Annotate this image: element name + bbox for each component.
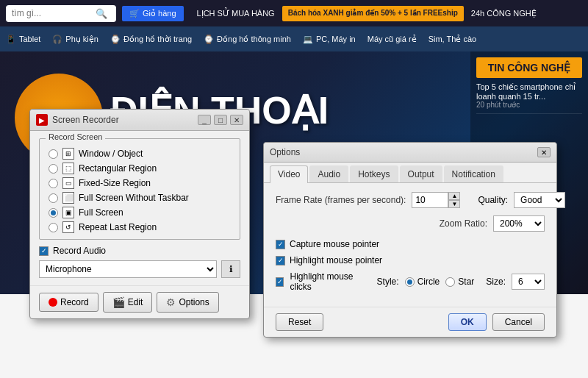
titlebar-left: ▶ Screen Recorder bbox=[36, 114, 119, 126]
tab-hotkeys[interactable]: Hotkeys bbox=[350, 165, 398, 182]
option-window[interactable]: ⊞ Window / Object bbox=[49, 148, 231, 160]
style-label: Style: bbox=[377, 277, 399, 287]
search-box[interactable]: 🔍 bbox=[6, 5, 116, 22]
record-button[interactable]: Record bbox=[39, 293, 98, 312]
nav-tech[interactable]: 24h CÔNG NGHỆ bbox=[464, 6, 544, 21]
radio-repeat[interactable] bbox=[49, 223, 58, 232]
recorder-body: Record Screen ⊞ Window / Object ⬚ Rectan… bbox=[30, 131, 249, 285]
capture-mouse-checkbox[interactable]: ✓ bbox=[276, 240, 285, 249]
nav-pc[interactable]: 💻 PC, Máy in bbox=[303, 35, 356, 44]
recorder-icon: ▶ bbox=[36, 114, 48, 126]
edit-icon: 🎬 bbox=[112, 296, 125, 308]
nav-accessories[interactable]: 🎧 Phụ kiện bbox=[52, 35, 98, 44]
options-body: Frame Rate (frames per second): ▲ ▼ Qual… bbox=[264, 183, 556, 307]
quality-label: Quality: bbox=[478, 195, 508, 205]
edit-button[interactable]: 🎬 Edit bbox=[103, 292, 153, 313]
options-footer: Reset OK Cancel bbox=[264, 307, 556, 337]
group-label: Record Screen bbox=[46, 132, 105, 141]
radio-fullnotask[interactable] bbox=[49, 193, 58, 203]
fullnotask-icon: ⬜ bbox=[62, 192, 74, 204]
zoom-ratio-row: Zoom Ratio: 100%150%200%250%300% bbox=[276, 215, 545, 232]
recorder-titlebar: ▶ Screen Recorder _ □ ✕ bbox=[30, 110, 249, 131]
minimize-button[interactable]: _ bbox=[198, 115, 211, 125]
repeat-icon: ↺ bbox=[62, 221, 74, 233]
circle-option[interactable]: Circle bbox=[405, 277, 440, 287]
frame-rate-label: Frame Rate (frames per second): bbox=[276, 195, 406, 205]
frame-rate-input[interactable] bbox=[412, 192, 448, 208]
size-select[interactable]: 4567810 bbox=[512, 274, 545, 290]
options-button[interactable]: ⚙ Options bbox=[157, 292, 218, 313]
frame-rate-spinner: ▲ ▼ bbox=[448, 192, 460, 208]
nav-fashion-watch[interactable]: ⌚ Đồng hồ thời trang bbox=[110, 35, 192, 44]
radio-window[interactable] bbox=[49, 149, 58, 159]
frame-rate-down[interactable]: ▼ bbox=[448, 200, 460, 208]
option-fixed-size[interactable]: ▭ Fixed-Size Region bbox=[49, 177, 231, 189]
option-fullscreen-notask[interactable]: ⬜ Full Screen Without Taskbar bbox=[49, 192, 231, 204]
mic-info-button[interactable]: ℹ bbox=[221, 260, 240, 278]
footer-right-buttons: OK Cancel bbox=[448, 313, 545, 331]
promo-badge: Bách hóa XANH giảm đến 50% + 5 lần FREEs… bbox=[282, 6, 464, 21]
options-dialog: Options ✕ Video Audio Hotkeys Output Not… bbox=[263, 142, 557, 338]
rect-icon: ⬚ bbox=[62, 163, 74, 174]
option-fullscreen[interactable]: ▣ Full Screen bbox=[49, 207, 231, 218]
reset-button[interactable]: Reset bbox=[276, 313, 323, 331]
options-tabs: Video Audio Hotkeys Output Notification bbox=[264, 163, 556, 183]
frame-rate-up[interactable]: ▲ bbox=[448, 192, 460, 200]
record-audio-checkbox[interactable]: ✓ bbox=[39, 246, 49, 256]
tab-output[interactable]: Output bbox=[400, 165, 442, 182]
record-options: ⊞ Window / Object ⬚ Rectangular Region ▭… bbox=[49, 145, 231, 233]
zoom-ratio-select[interactable]: 100%150%200%250%300% bbox=[493, 215, 545, 232]
options-icon: ⚙ bbox=[166, 296, 176, 308]
window-icon: ⊞ bbox=[62, 148, 74, 160]
microphone-select-wrapper[interactable]: Microphone bbox=[39, 260, 217, 278]
highlight-clicks-checkbox[interactable]: ✓ bbox=[276, 277, 284, 287]
radio-rectangular[interactable] bbox=[49, 164, 58, 174]
cart-button[interactable]: 🛒 Giỏ hàng bbox=[122, 6, 184, 21]
nav-tablet[interactable]: 📱 Tablet bbox=[6, 35, 40, 44]
category-nav: 📱 Tablet 🎧 Phụ kiện ⌚ Đồng hồ thời trang… bbox=[0, 26, 588, 51]
action-bar: Record 🎬 Edit ⚙ Options bbox=[30, 285, 249, 318]
radio-fullscreen[interactable] bbox=[49, 208, 58, 218]
microphone-select[interactable]: Microphone bbox=[39, 260, 217, 278]
size-label: Size: bbox=[486, 277, 506, 287]
ok-button[interactable]: OK bbox=[448, 313, 487, 331]
nav-history[interactable]: LỊCH SỬ MUA HÀNG bbox=[190, 6, 282, 21]
search-icon: 🔍 bbox=[96, 8, 107, 19]
tab-audio[interactable]: Audio bbox=[309, 165, 348, 182]
star-option[interactable]: Star bbox=[445, 277, 474, 287]
record-audio-row[interactable]: ✓ Record Audio bbox=[39, 246, 240, 256]
fullscreen-icon: ▣ bbox=[62, 207, 74, 218]
circle-radio[interactable] bbox=[405, 277, 415, 287]
nav-sim[interactable]: Sim, Thẻ cào bbox=[429, 35, 477, 44]
record-icon bbox=[49, 298, 57, 307]
highlight-mouse-checkbox[interactable]: ✓ bbox=[276, 256, 285, 265]
highlight-mouse-row[interactable]: ✓ Highlight mouse pointer bbox=[276, 255, 545, 265]
tech-news-header: TIN CÔNG NGHỆ bbox=[476, 57, 582, 78]
top-nav: LỊCH SỬ MUA HÀNG Bách hóa XANH giảm đến … bbox=[190, 6, 544, 21]
options-titlebar: Options ✕ bbox=[264, 143, 556, 163]
capture-mouse-label: Capture mouse pointer bbox=[290, 239, 379, 249]
quality-select[interactable]: PoorFairGoodHighBest bbox=[514, 192, 565, 208]
capture-mouse-row[interactable]: ✓ Capture mouse pointer bbox=[276, 239, 545, 249]
close-button[interactable]: ✕ bbox=[230, 115, 243, 125]
nav-used[interactable]: Máy cũ giá rẻ bbox=[368, 35, 417, 44]
cancel-button[interactable]: Cancel bbox=[492, 313, 545, 331]
radio-fixed[interactable] bbox=[49, 179, 58, 188]
options-close-button[interactable]: ✕ bbox=[537, 147, 551, 157]
option-repeat-last[interactable]: ↺ Repeat Last Region bbox=[49, 221, 231, 233]
star-radio[interactable] bbox=[445, 277, 455, 287]
screen-recorder-window: ▶ Screen Recorder _ □ ✕ Record Screen ⊞ … bbox=[29, 109, 250, 319]
maximize-button[interactable]: □ bbox=[214, 115, 227, 125]
nav-smart-watch[interactable]: ⌚ Đồng hồ thông minh bbox=[204, 35, 291, 44]
news-item[interactable]: Top 5 chiếc smartphone chỉ loanh quanh 1… bbox=[476, 78, 582, 114]
tab-notification[interactable]: Notification bbox=[444, 165, 503, 182]
options-title: Options bbox=[270, 147, 300, 157]
highlight-clicks-row[interactable]: ✓ Highlight mouse clicks Style: Circle S… bbox=[276, 271, 545, 292]
recorder-title: Screen Recorder bbox=[52, 115, 119, 125]
tab-video[interactable]: Video bbox=[270, 165, 308, 183]
search-input[interactable] bbox=[12, 8, 93, 18]
highlight-mouse-label: Highlight mouse pointer bbox=[290, 255, 382, 265]
highlight-clicks-label: Highlight mouse clicks bbox=[290, 271, 365, 292]
option-rectangular[interactable]: ⬚ Rectangular Region bbox=[49, 163, 231, 174]
record-screen-group: Record Screen ⊞ Window / Object ⬚ Rectan… bbox=[39, 138, 240, 240]
